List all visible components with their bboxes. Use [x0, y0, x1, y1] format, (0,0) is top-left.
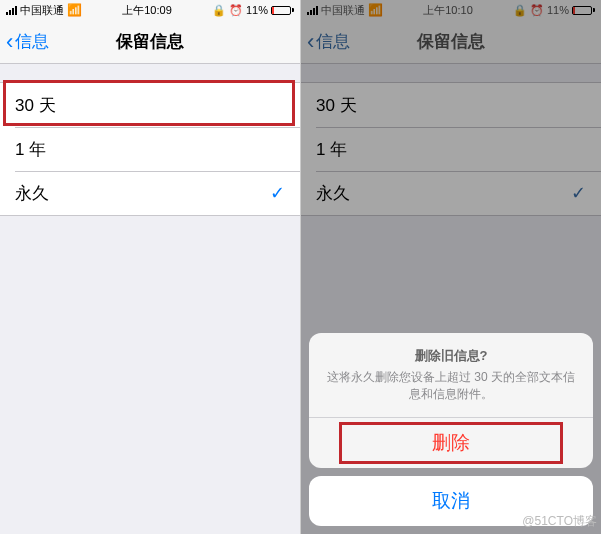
option-1-year[interactable]: 1 年 [0, 127, 300, 171]
option-label: 1 年 [15, 138, 46, 161]
delete-label: 删除 [432, 432, 470, 453]
battery-icon [271, 6, 294, 15]
action-sheet: 删除旧信息? 这将永久删除您设备上超过 30 天的全部文本信息和信息附件。 删除… [309, 333, 593, 526]
sheet-body: 这将永久删除您设备上超过 30 天的全部文本信息和信息附件。 [327, 370, 575, 401]
nav-bar: ‹ 信息 保留信息 [0, 20, 300, 64]
watermark: @51CTO博客 [522, 513, 597, 530]
option-label: 永久 [15, 182, 49, 205]
battery-pct: 11% [246, 4, 268, 16]
back-button[interactable]: ‹ 信息 [0, 30, 49, 53]
carrier-label: 中国联通 [20, 3, 64, 18]
screenshot-right: 中国联通 📶 上午10:10 🔒 ⏰ 11% ‹ 信息 保留信息 30 天 [300, 0, 601, 534]
option-30-days[interactable]: 30 天 [0, 83, 300, 127]
checkmark-icon: ✓ [270, 182, 285, 204]
screenshot-left: 中国联通 📶 上午10:09 🔒 ⏰ 11% ‹ 信息 保留信息 30 天 [0, 0, 300, 534]
status-bar: 中国联通 📶 上午10:09 🔒 ⏰ 11% [0, 0, 300, 20]
lock-icon: 🔒 [212, 4, 226, 17]
chevron-left-icon: ‹ [6, 31, 13, 53]
status-time: 上午10:09 [122, 3, 172, 18]
wifi-icon: 📶 [67, 3, 82, 17]
delete-button[interactable]: 删除 [309, 417, 593, 468]
options-list: 30 天 1 年 永久 ✓ [0, 82, 300, 216]
sheet-title: 删除旧信息? [327, 347, 575, 365]
back-label: 信息 [15, 30, 49, 53]
alarm-icon: ⏰ [229, 4, 243, 17]
option-label: 30 天 [15, 94, 56, 117]
sheet-message: 删除旧信息? 这将永久删除您设备上超过 30 天的全部文本信息和信息附件。 [309, 333, 593, 417]
signal-icon [6, 6, 17, 15]
option-forever[interactable]: 永久 ✓ [0, 171, 300, 215]
cancel-label: 取消 [432, 490, 470, 511]
